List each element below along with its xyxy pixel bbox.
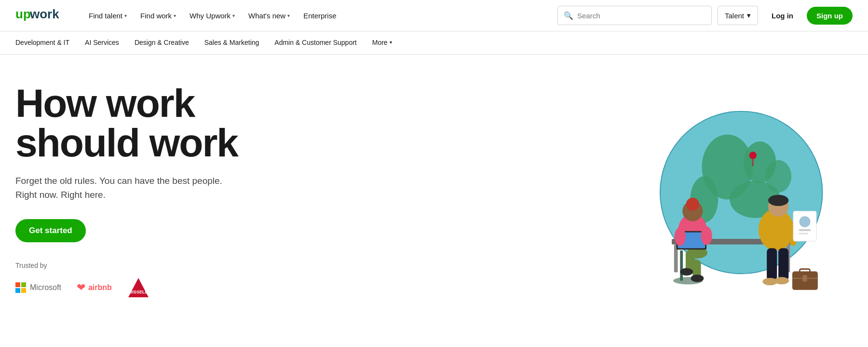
ms-square-yellow — [21, 288, 26, 293]
nav-enterprise[interactable]: Enterprise — [298, 8, 342, 24]
airbnb-icon: ❤ — [77, 281, 85, 294]
sec-nav-sales-marketing-label: Sales & Marketing — [204, 39, 259, 46]
svg-text:BISSELL: BISSELL — [129, 290, 148, 294]
hero-subtitle: Forget the old rules. You can have the b… — [15, 174, 238, 202]
svg-marker-2 — [128, 278, 149, 297]
sec-nav-more-chevron-icon: ▾ — [390, 40, 392, 45]
search-input[interactable] — [577, 12, 705, 20]
svg-text:work: work — [29, 8, 59, 21]
top-navigation: up work Find talent ▾ Find work ▾ Why Up… — [0, 0, 868, 31]
nav-why-upwork-label: Why Upwork — [190, 12, 231, 20]
get-started-button[interactable]: Get started — [15, 219, 86, 242]
nav-whats-new[interactable]: What's new ▾ — [243, 8, 296, 24]
hero-title-line1: How work — [15, 81, 194, 125]
nav-find-work[interactable]: Find work ▾ — [135, 8, 182, 24]
svg-rect-34 — [778, 248, 788, 280]
nav-find-talent-label: Find talent — [89, 12, 122, 20]
sec-nav-dev-it-label: Development & IT — [15, 39, 69, 46]
trusted-label: Trusted by — [15, 262, 238, 269]
nav-find-work-label: Find work — [140, 12, 172, 20]
svg-rect-40 — [799, 229, 811, 231]
search-bar[interactable]: 🔍 — [557, 6, 712, 25]
secondary-navigation: Development & IT AI Services Design & Cr… — [0, 31, 868, 55]
main-content: How work should work Forget the old rule… — [0, 55, 868, 318]
nav-whats-new-label: What's new — [248, 12, 285, 20]
trusted-logos: Microsoft ❤ airbnb BISSELL — [15, 277, 238, 298]
sec-nav-admin-support-label: Admin & Customer Support — [274, 39, 356, 46]
hero-left: How work should work Forget the old rule… — [15, 83, 238, 298]
svg-text:up: up — [15, 8, 31, 21]
airbnb-logo: ❤ airbnb — [77, 281, 112, 294]
sec-nav-more-label: More — [372, 39, 388, 46]
svg-point-24 — [680, 268, 693, 275]
nav-enterprise-label: Enterprise — [303, 12, 336, 20]
nav-find-talent-chevron-icon: ▾ — [124, 13, 127, 18]
ms-square-red — [15, 282, 20, 287]
sec-nav-ai-services-label: AI Services — [85, 39, 119, 46]
svg-point-9 — [765, 160, 791, 192]
sec-nav-ai-services[interactable]: AI Services — [77, 31, 127, 54]
hero-subtitle-line1: Forget the old rules. You can have the b… — [15, 176, 222, 186]
talent-dropdown-chevron-icon: ▾ — [747, 11, 751, 20]
sec-nav-admin-support[interactable]: Admin & Customer Support — [267, 31, 364, 54]
svg-rect-41 — [799, 233, 808, 234]
nav-find-talent[interactable]: Find talent ▾ — [83, 8, 133, 24]
svg-point-36 — [774, 277, 789, 284]
trusted-section: Trusted by Microsoft ❤ — [15, 242, 238, 298]
sec-nav-sales-marketing[interactable]: Sales & Marketing — [197, 31, 267, 54]
hero-svg — [611, 107, 853, 302]
sec-nav-design-creative-label: Design & Creative — [135, 39, 189, 46]
svg-point-29 — [701, 226, 712, 245]
nav-find-work-chevron-icon: ▾ — [174, 13, 176, 18]
ms-square-green — [21, 282, 26, 287]
login-button[interactable]: Log in — [764, 8, 801, 24]
hero-illustration — [611, 107, 853, 276]
signup-button[interactable]: Sign up — [807, 7, 853, 25]
hero-subtitle-line2: Right now. Right here. — [15, 190, 106, 200]
svg-rect-33 — [767, 248, 777, 280]
svg-point-39 — [799, 216, 810, 227]
microsoft-text: Microsoft — [30, 283, 61, 292]
bissell-logo: BISSELL — [127, 277, 149, 298]
svg-point-25 — [691, 275, 704, 282]
sec-nav-more[interactable]: More ▾ — [365, 31, 400, 54]
main-nav-links: Find talent ▾ Find work ▾ Why Upwork ▾ W… — [83, 8, 557, 24]
sec-nav-design-creative[interactable]: Design & Creative — [127, 31, 197, 54]
svg-rect-45 — [802, 275, 807, 281]
airbnb-text: airbnb — [88, 283, 112, 292]
svg-point-11 — [749, 152, 757, 159]
talent-dropdown[interactable]: Talent ▾ — [718, 6, 758, 25]
nav-whats-new-chevron-icon: ▾ — [287, 13, 290, 18]
microsoft-grid-icon — [15, 282, 26, 293]
svg-rect-17 — [680, 250, 683, 280]
logo[interactable]: up work — [15, 8, 68, 23]
talent-dropdown-label: Talent — [725, 12, 744, 20]
hero-title: How work should work — [15, 83, 238, 163]
sec-nav-dev-it[interactable]: Development & IT — [15, 31, 77, 54]
nav-why-upwork[interactable]: Why Upwork ▾ — [184, 8, 241, 24]
bissell-icon: BISSELL — [127, 277, 149, 298]
nav-why-upwork-chevron-icon: ▾ — [232, 13, 235, 18]
svg-point-32 — [768, 194, 788, 206]
hero-title-line2: should work — [15, 121, 238, 165]
svg-point-28 — [675, 227, 686, 245]
nav-right-section: 🔍 Talent ▾ Log in Sign up — [557, 6, 853, 25]
microsoft-logo: Microsoft — [15, 282, 61, 293]
svg-point-20 — [686, 197, 699, 210]
ms-square-blue — [15, 288, 20, 293]
search-icon: 🔍 — [564, 11, 573, 20]
hero-section: How work should work Forget the old rule… — [0, 55, 868, 318]
